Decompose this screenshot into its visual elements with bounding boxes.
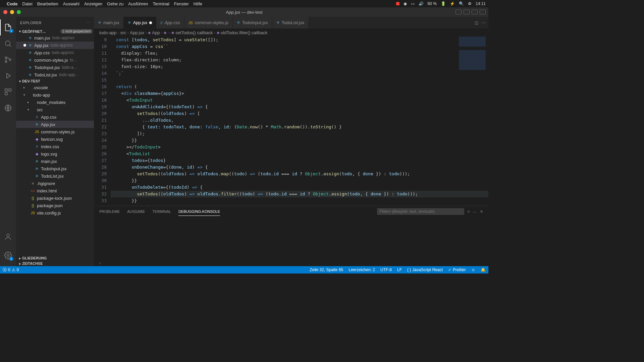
code-line[interactable]: }} bbox=[111, 137, 488, 144]
code-line[interactable]: `;` bbox=[111, 70, 488, 77]
menu-go[interactable]: Gehe zu bbox=[107, 1, 123, 6]
tree-folder[interactable]: ▾src bbox=[16, 106, 94, 113]
panel-tab[interactable]: DEBUGGING-KONSOLE bbox=[178, 207, 220, 216]
code-line[interactable]: font-size: 16px; bbox=[111, 63, 488, 70]
code-line[interactable]: ></TodoInput> bbox=[111, 144, 488, 150]
tree-file[interactable]: ⚛main.jsx bbox=[16, 158, 94, 165]
activity-debug[interactable] bbox=[0, 68, 16, 84]
code-line[interactable]: const appCss = css`` bbox=[111, 43, 488, 50]
window-minimize-button[interactable] bbox=[10, 10, 14, 14]
debug-console-prompt[interactable]: › bbox=[94, 260, 488, 266]
split-editor-icon[interactable]: ◫ bbox=[475, 20, 478, 25]
breadcrumb-item[interactable]: todo-app bbox=[99, 30, 116, 35]
code-line[interactable]: todos={todos} bbox=[111, 157, 488, 164]
close-icon[interactable] bbox=[23, 73, 26, 76]
open-editors-header[interactable]: ▾ GEÖFFNET… 1 nicht gespeichert bbox=[16, 28, 94, 34]
tree-file[interactable]: ⚛TodoList.jsx bbox=[16, 172, 94, 180]
minimap[interactable] bbox=[459, 37, 486, 70]
outline-header[interactable]: ▸ GLIEDERUNG bbox=[16, 255, 94, 261]
menu-help[interactable]: Hilfe bbox=[194, 1, 202, 6]
code-line[interactable]: const [todos, setTodos] = useState([]); bbox=[111, 37, 488, 43]
menu-selection[interactable]: Auswahl bbox=[63, 1, 79, 6]
modified-dot-icon[interactable] bbox=[23, 44, 26, 47]
status-cursor[interactable]: Zeile 32, Spalte 65 bbox=[310, 267, 343, 272]
menu-terminal[interactable]: Terminal bbox=[153, 1, 169, 6]
code-line[interactable]: display: flex; bbox=[111, 50, 488, 57]
code-editor[interactable]: 9101112131415161718192021222324252627282… bbox=[94, 37, 488, 206]
code-line[interactable]: <div className={appCss}> bbox=[111, 90, 488, 97]
close-icon[interactable] bbox=[23, 59, 26, 61]
breadcrumb-item[interactable]: ◈ bbox=[164, 31, 168, 35]
editor-tab[interactable]: #App.css bbox=[156, 17, 184, 28]
code-line[interactable]: { text: todoText, done: false, id: (Date… bbox=[111, 124, 488, 130]
breadcrumbs[interactable]: todo-app›src›App.jsx›◈App›◈›◈setTodos() … bbox=[94, 28, 488, 37]
status-errors[interactable]: ⓧ 0 ⚠ 0 bbox=[3, 267, 19, 273]
breadcrumb-item[interactable]: ◈oldTodos.filter() callback bbox=[217, 30, 267, 35]
toggle-panel-icon[interactable] bbox=[464, 10, 470, 14]
toggle-primary-sidebar-icon[interactable] bbox=[455, 10, 462, 14]
window-close-button[interactable] bbox=[3, 10, 7, 14]
editor-tab[interactable]: ⚛App.jsx bbox=[124, 17, 157, 28]
activity-search[interactable] bbox=[0, 36, 16, 52]
sidebar-more-icon[interactable]: ⋯ bbox=[86, 20, 90, 25]
activity-accounts[interactable] bbox=[0, 229, 16, 245]
status-language[interactable]: { } JavaScript React bbox=[407, 267, 443, 272]
status-feedback-icon[interactable]: ☺ bbox=[471, 267, 475, 272]
code-line[interactable]: setTodos((oldTodos) => oldTodos.map((tod… bbox=[111, 171, 488, 177]
tree-file[interactable]: {}package-lock.json bbox=[16, 194, 94, 202]
tree-folder[interactable]: ▸.vscode bbox=[16, 84, 94, 91]
editor-tab[interactable]: JScommon-styles.js bbox=[184, 17, 233, 28]
code-line[interactable]: flex-direction: column; bbox=[111, 57, 488, 63]
status-prettier[interactable]: ✓ Prettier bbox=[448, 267, 466, 272]
status-encoding[interactable]: UTF-8 bbox=[380, 267, 392, 272]
code-line[interactable]: return ( bbox=[111, 83, 488, 90]
status-icon[interactable]: ◉ bbox=[404, 1, 407, 6]
close-panel-icon[interactable]: ✕ bbox=[480, 209, 483, 214]
panel-tab[interactable]: PROBLEME bbox=[99, 207, 120, 216]
tree-file[interactable]: JScommon-styles.js bbox=[16, 128, 94, 135]
chevron-up-icon[interactable]: ︿ bbox=[473, 209, 477, 214]
tree-file[interactable]: <>index.html bbox=[16, 187, 94, 194]
close-icon[interactable] bbox=[23, 37, 26, 39]
activity-remote[interactable] bbox=[0, 100, 16, 116]
tree-folder[interactable]: ▸node_modules bbox=[16, 99, 94, 106]
activity-source-control[interactable] bbox=[0, 52, 16, 68]
volume-icon[interactable]: 🔊 bbox=[419, 1, 424, 6]
panel-tab[interactable]: TERMINAL bbox=[152, 207, 171, 216]
activity-settings[interactable]: 1 bbox=[0, 247, 16, 263]
code-line[interactable]: onAddClicked={(todoText) => { bbox=[111, 104, 488, 110]
wifi-icon[interactable]: ⚡ bbox=[450, 1, 455, 6]
menu-view[interactable]: Anzeigen bbox=[84, 1, 102, 6]
menu-window[interactable]: Fenster bbox=[174, 1, 189, 6]
menu-file[interactable]: Datei bbox=[22, 1, 33, 6]
close-icon[interactable] bbox=[23, 51, 26, 54]
code-line[interactable]: onDoneChange={(done, id) => { bbox=[111, 164, 488, 171]
close-icon[interactable] bbox=[23, 66, 26, 69]
tree-file[interactable]: ⚛App.jsx bbox=[16, 121, 94, 128]
battery-text[interactable]: 80 % bbox=[428, 1, 437, 6]
editor-more-icon[interactable]: ⋯ bbox=[482, 20, 486, 25]
activity-explorer[interactable]: 1 bbox=[0, 19, 16, 36]
code-line[interactable]: onTodoDelete={(todoId) => { bbox=[111, 184, 488, 191]
status-eol[interactable]: LF bbox=[397, 267, 402, 272]
menu-app[interactable]: Code bbox=[7, 1, 18, 6]
open-editor-item[interactable]: ⚛ main.jsx todo-app/src bbox=[16, 34, 94, 42]
open-editor-item[interactable]: ⚛ TodoList.jsx todo-app… bbox=[16, 71, 94, 78]
menu-run[interactable]: Ausführen bbox=[128, 1, 148, 6]
code-line[interactable]: }} bbox=[111, 197, 488, 204]
tree-file[interactable]: ◆logo.svg bbox=[16, 150, 94, 158]
code-line[interactable]: ...oldTodos, bbox=[111, 117, 488, 124]
tree-file[interactable]: JSvite.config.js bbox=[16, 209, 94, 217]
tree-file[interactable]: #App.css bbox=[16, 113, 94, 121]
tree-file[interactable]: ⚛TodoInput.jsx bbox=[16, 165, 94, 172]
editor-tab[interactable]: ⚛TodoInput.jsx bbox=[233, 17, 272, 28]
open-editor-item[interactable]: ⚛ common-styles.js to… bbox=[16, 56, 94, 64]
code-line[interactable]: <TodoInput bbox=[111, 97, 488, 104]
filter-settings-icon[interactable]: ≡ bbox=[468, 209, 470, 214]
battery-icon[interactable]: 🔋 bbox=[441, 1, 446, 6]
tree-file[interactable]: #index.css bbox=[16, 143, 94, 150]
editor-tab[interactable]: ⚛TodoList.jsx bbox=[272, 17, 309, 28]
search-icon[interactable]: 🔍 bbox=[459, 1, 464, 6]
control-center-icon[interactable]: ⚙ bbox=[468, 1, 472, 6]
breadcrumb-item[interactable]: ◈setTodos() callback bbox=[171, 30, 213, 35]
